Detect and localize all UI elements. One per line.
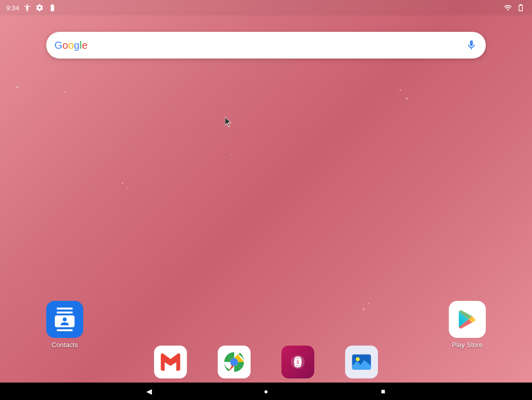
app-dock — [0, 341, 532, 383]
battery-icon — [48, 4, 57, 12]
back-button[interactable]: ◀ — [142, 384, 156, 398]
battery-status-icon — [516, 4, 526, 12]
status-bar-right — [503, 4, 526, 12]
svg-point-0 — [230, 358, 238, 366]
music-dock-icon[interactable] — [281, 346, 314, 378]
status-time: 9:34 — [6, 4, 19, 12]
settings-icon — [35, 4, 44, 12]
home-button[interactable]: ● — [259, 384, 273, 398]
status-bar: 9:34 — [0, 0, 532, 15]
recents-button[interactable]: ■ — [376, 384, 390, 398]
wifi-icon — [503, 4, 512, 12]
photos-dock-icon[interactable] — [345, 346, 378, 378]
contacts-icon-box — [46, 301, 83, 338]
mouse-cursor — [225, 117, 233, 129]
android-home-screen: 9:34 Google — [0, 0, 532, 400]
playstore-icon-box — [449, 301, 486, 338]
gmail-dock-icon[interactable] — [154, 346, 187, 378]
chrome-dock-icon[interactable] — [218, 346, 251, 378]
accessibility-icon — [23, 4, 31, 12]
music-icon-box — [281, 346, 314, 378]
navigation-bar: ◀ ● ■ — [0, 383, 532, 400]
mic-icon[interactable] — [465, 39, 478, 51]
svg-point-5 — [356, 357, 359, 361]
google-logo: Google — [54, 40, 88, 51]
gmail-icon-box — [154, 346, 187, 378]
google-search-bar[interactable]: Google — [46, 32, 486, 59]
status-bar-left: 9:34 — [6, 4, 57, 12]
chrome-icon-box — [218, 346, 251, 378]
photos-icon-box — [345, 346, 378, 378]
